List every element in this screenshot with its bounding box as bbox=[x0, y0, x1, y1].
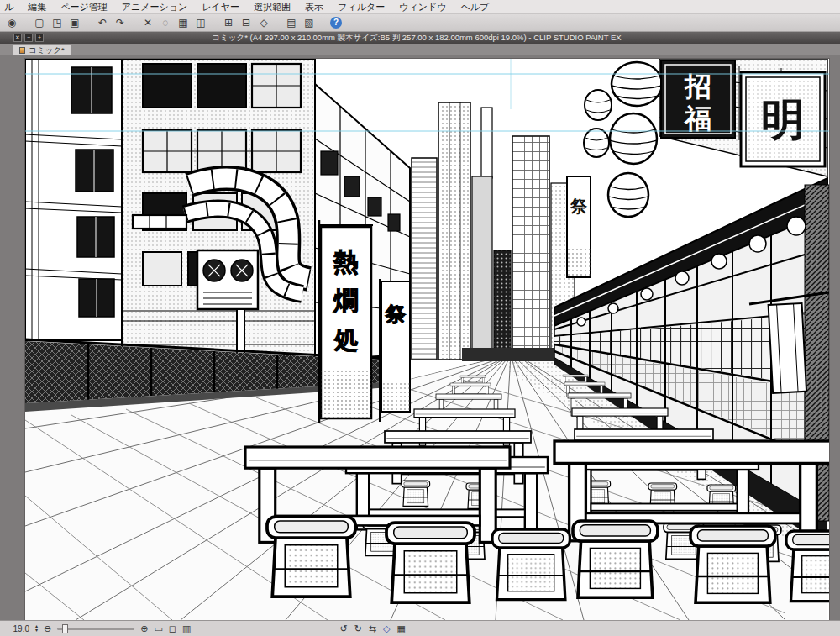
help-icon[interactable]: ? bbox=[330, 17, 342, 29]
svg-text:福: 福 bbox=[683, 103, 711, 134]
zoom-out-icon[interactable]: ⊖ bbox=[44, 621, 51, 636]
canvas-tab-bar: コミック* bbox=[0, 44, 840, 55]
menu-page-manage[interactable]: ページ管理 bbox=[60, 1, 108, 13]
menu-filter[interactable]: フィルター bbox=[338, 1, 385, 13]
zoom-slider-handle[interactable] bbox=[62, 624, 68, 633]
minimize-button[interactable]: − bbox=[24, 34, 33, 42]
deselect-icon[interactable]: ◌ bbox=[159, 14, 172, 31]
menu-bar: ル 編集 ページ管理 アニメーション レイヤー 選択範囲 表示 フィルター ウィ… bbox=[0, 0, 840, 14]
menu-animation[interactable]: アニメーション bbox=[122, 1, 188, 13]
document-title: コミック* (A4 297.00 x 210.00mm 製本サイズ:B5 判 2… bbox=[44, 33, 790, 44]
zoom-stepper[interactable]: ▴ ▾ bbox=[35, 624, 38, 633]
actual-size-icon[interactable]: ◻ bbox=[169, 621, 176, 636]
open-file-icon[interactable]: ◳ bbox=[50, 14, 64, 31]
canvas-document[interactable]: 招 福 明 祭 熱 燗 処 祭 bbox=[25, 59, 829, 620]
svg-text:祭: 祭 bbox=[570, 197, 588, 215]
svg-text:明: 明 bbox=[761, 95, 805, 144]
svg-text:燗: 燗 bbox=[333, 286, 359, 314]
select-all-icon[interactable]: ▦ bbox=[176, 14, 190, 31]
redo-icon[interactable]: ↷ bbox=[113, 14, 127, 31]
flip-horizontal-icon[interactable]: ⇆ bbox=[369, 621, 376, 636]
close-button[interactable]: ✕ bbox=[13, 34, 22, 42]
svg-text:処: 処 bbox=[333, 327, 358, 353]
show-grid-icon[interactable]: ▤ bbox=[285, 14, 298, 31]
tab-comic[interactable]: コミック* bbox=[13, 45, 71, 55]
invert-selection-icon[interactable]: ◫ bbox=[194, 14, 207, 31]
maximize-button[interactable]: + bbox=[35, 34, 44, 42]
menu-edit[interactable]: 編集 bbox=[28, 1, 46, 13]
snap-guide-icon[interactable]: ◇ bbox=[257, 14, 270, 31]
snap-grid-icon[interactable]: ⊟ bbox=[239, 14, 253, 31]
status-bar: 19.0 ▴ ▾ ⊖ ⊕ ▭ ◻ ▥ ↺ ↻ ⇆ ◇ ▦ bbox=[0, 620, 840, 636]
fit-width-icon[interactable]: ▥ bbox=[182, 621, 191, 636]
tab-label: コミック* bbox=[29, 45, 65, 56]
menu-file[interactable]: ル bbox=[4, 1, 13, 13]
fit-screen-icon[interactable]: ▭ bbox=[154, 621, 162, 636]
show-material-icon[interactable]: ▧ bbox=[302, 14, 316, 31]
menu-selection[interactable]: 選択範囲 bbox=[254, 1, 291, 13]
document-title-bar: ✕ − + コミック* (A4 297.00 x 210.00mm 製本サイズ:… bbox=[0, 32, 840, 44]
save-file-icon[interactable]: ▣ bbox=[68, 14, 81, 31]
svg-text:熱: 熱 bbox=[333, 248, 359, 276]
manga-street-scene: 招 福 明 祭 熱 燗 処 祭 bbox=[25, 59, 829, 620]
window-controls: ✕ − + bbox=[13, 34, 44, 42]
menu-layer[interactable]: レイヤー bbox=[202, 1, 239, 13]
svg-text:招: 招 bbox=[684, 71, 711, 102]
new-file-icon[interactable]: ▢ bbox=[33, 14, 46, 31]
rotate-right-icon[interactable]: ↻ bbox=[354, 621, 362, 636]
undo-icon[interactable]: ↶ bbox=[96, 14, 109, 31]
menu-window[interactable]: ウィンドウ bbox=[399, 1, 446, 13]
menu-help[interactable]: ヘルプ bbox=[460, 1, 489, 13]
clear-icon[interactable]: ✕ bbox=[141, 14, 155, 31]
reset-rotation-icon[interactable]: ▦ bbox=[397, 621, 406, 636]
snap-ruler-icon[interactable]: ⊞ bbox=[222, 14, 235, 31]
zoom-step-down-icon[interactable]: ▾ bbox=[35, 628, 38, 633]
reset-view-icon[interactable]: ◇ bbox=[383, 621, 390, 636]
command-bar: ◉ ▢ ◳ ▣ ↶ ↷ ✕ ◌ ▦ ◫ ⊞ ⊟ ◇ ▤ ▧ ? bbox=[0, 14, 840, 32]
tab-page-icon bbox=[19, 47, 25, 54]
rotate-left-icon[interactable]: ↺ bbox=[339, 621, 347, 636]
menu-view[interactable]: 表示 bbox=[305, 1, 323, 13]
zoom-slider[interactable] bbox=[57, 628, 134, 630]
rotate-controls: ↺ ↻ ⇆ ◇ ▦ bbox=[339, 621, 406, 636]
svg-text:祭: 祭 bbox=[385, 302, 407, 325]
zoom-in-icon[interactable]: ⊕ bbox=[140, 621, 148, 636]
clip-studio-icon[interactable]: ◉ bbox=[5, 14, 18, 31]
zoom-value: 19.0 bbox=[8, 624, 29, 633]
